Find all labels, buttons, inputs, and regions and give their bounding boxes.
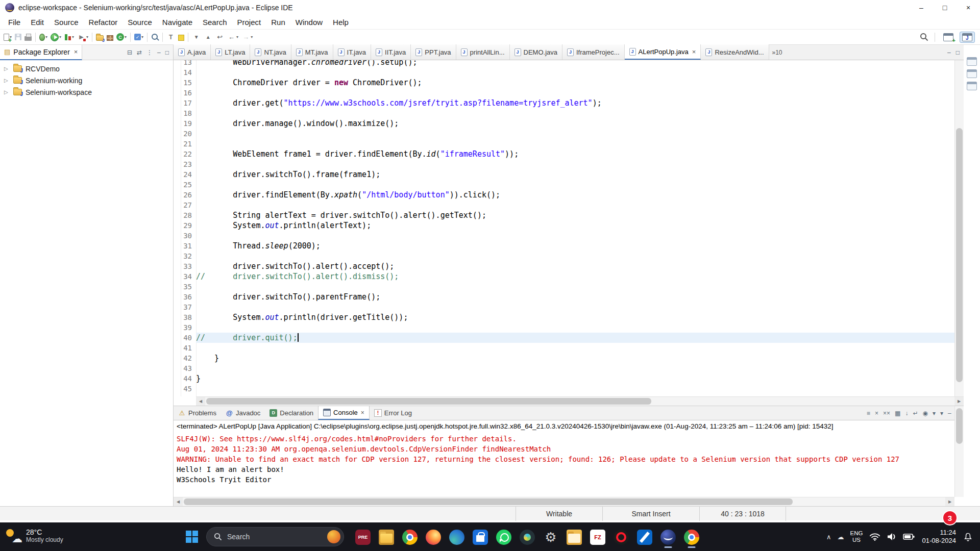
dropdown-caret-icon[interactable]: ▾ — [86, 35, 88, 39]
tab-overflow-indicator[interactable]: »10 — [772, 49, 782, 56]
terminate-button[interactable]: ■ — [867, 410, 870, 417]
language-indicator[interactable]: ENG US — [847, 530, 866, 543]
close-view-icon[interactable]: × — [74, 48, 78, 56]
start-button[interactable] — [182, 527, 202, 547]
taskbar-app-android-studio[interactable] — [516, 527, 539, 548]
forward-history-button[interactable]: →▾ — [240, 31, 254, 43]
scroll-left-arrow-icon[interactable]: ◀ — [174, 497, 183, 506]
vertical-scroll-thumb[interactable] — [956, 128, 963, 382]
remove-launch-button[interactable]: × — [875, 410, 878, 417]
tree-item-selenium-workspace[interactable]: ▷JSelenium-workspace — [0, 86, 173, 98]
window-minimize-button[interactable]: – — [910, 0, 933, 15]
taskbar-app-filezilla[interactable]: FZ — [586, 527, 609, 548]
taskbar-app-whatsapp[interactable] — [492, 527, 516, 548]
editor-horizontal-scrollbar[interactable]: ◀ ▶ — [196, 396, 964, 406]
menu-search[interactable]: Search — [198, 15, 232, 29]
save-button[interactable] — [13, 31, 23, 43]
console-horizontal-scrollbar[interactable]: ◀ ▶ — [174, 497, 954, 506]
menu-help[interactable]: Help — [328, 15, 354, 29]
project-tree[interactable]: ▷JRCVDemo▷JSelenium-working▷JSelenium-wo… — [0, 60, 173, 98]
editor-tab-resizeandwid[interactable]: JResizeAndWid... — [701, 44, 769, 60]
wifi-indicator[interactable] — [866, 532, 884, 541]
dropdown-caret-icon[interactable]: ▾ — [125, 35, 127, 39]
taskbar-app-microsoft-store[interactable] — [469, 527, 492, 548]
taskbar-app-chrome-profile[interactable] — [680, 527, 703, 548]
quick-search-button[interactable] — [920, 33, 928, 41]
new-class-button[interactable]: C▾ — [115, 31, 128, 43]
onedrive-tray-icon[interactable]: ☁ — [835, 533, 847, 541]
window-maximize-button[interactable]: □ — [933, 0, 957, 15]
menu-file[interactable]: File — [3, 15, 26, 29]
close-tab-icon[interactable]: × — [361, 409, 364, 416]
clear-console-button[interactable]: ▦ — [895, 410, 900, 417]
new-package-button[interactable] — [105, 31, 115, 43]
tree-item-selenium-working[interactable]: ▷JSelenium-working — [0, 74, 173, 86]
dropdown-caret-icon[interactable]: ▾ — [236, 35, 238, 39]
close-tab-icon[interactable]: × — [692, 48, 696, 56]
taskbar-app-folder[interactable] — [562, 527, 586, 548]
back-history-button[interactable]: ←▾ — [226, 31, 240, 43]
maximize-editor-button[interactable]: □ — [956, 49, 960, 56]
print-button[interactable] — [23, 31, 33, 43]
scroll-right-arrow-icon[interactable]: ▶ — [954, 397, 964, 406]
minimize-editor-button[interactable]: – — [947, 49, 951, 56]
menu-navigate[interactable]: Navigate — [157, 15, 198, 29]
dropdown-caret-icon[interactable]: ▾ — [251, 35, 253, 39]
menu-window[interactable]: Window — [290, 15, 328, 29]
display-selected-console-button[interactable]: ▾ — [933, 410, 936, 417]
window-close-button[interactable]: × — [957, 0, 980, 15]
editor-vertical-scrollbar[interactable] — [954, 60, 964, 396]
new-wizard-button[interactable]: ▾ — [2, 31, 13, 43]
taskbar-app-vscode[interactable] — [633, 527, 656, 548]
editor-tab-it-java[interactable]: JIT.java — [333, 44, 372, 60]
restore-view-c-icon[interactable] — [967, 82, 977, 90]
console-tab-problems[interactable]: ⚠Problems — [174, 406, 221, 420]
taskbar-app-opera[interactable] — [609, 527, 633, 548]
scroll-left-arrow-icon[interactable]: ◀ — [196, 397, 205, 406]
next-annotation-button[interactable]: ▼ — [190, 31, 202, 43]
menu-source[interactable]: Source — [49, 15, 84, 29]
last-edit-location-button[interactable]: ↩ — [214, 31, 226, 43]
new-java-project-button[interactable] — [94, 31, 105, 43]
new-task-button[interactable]: ✓▾ — [133, 31, 145, 43]
editor-tab-mt-java[interactable]: JMT.java — [291, 44, 333, 60]
horizontal-scroll-thumb[interactable] — [206, 398, 651, 405]
menu-run[interactable]: Run — [266, 15, 290, 29]
menu-refactor[interactable]: Refactor — [84, 15, 123, 29]
run-button[interactable]: ▾ — [49, 31, 63, 43]
menu-source[interactable]: Source — [122, 15, 157, 29]
previous-annotation-button[interactable]: ▲ — [202, 31, 214, 43]
taskbar-app-file-explorer[interactable] — [375, 527, 398, 548]
minimize-view-button[interactable]: – — [948, 410, 951, 417]
open-type-button[interactable]: T — [165, 31, 177, 43]
search-highlight-icon[interactable] — [327, 530, 340, 543]
open-console-button[interactable]: ▾ — [940, 410, 943, 417]
maximize-view-button[interactable]: □ — [165, 49, 169, 56]
restore-view-a-icon[interactable] — [967, 57, 977, 66]
tree-item-rcvdemo[interactable]: ▷JRCVDemo — [0, 63, 173, 74]
editor-tab-a-java[interactable]: JA.java — [174, 44, 211, 60]
debug-button[interactable]: ▾ — [38, 31, 49, 43]
horizontal-scroll-thumb[interactable] — [184, 498, 793, 505]
package-explorer-tab[interactable]: ▤ Package Explorer × — [0, 45, 82, 60]
battery-indicator[interactable] — [900, 532, 918, 541]
console-output[interactable]: SLF4J(W): See https://www.slf4j.org/code… — [174, 433, 954, 497]
code-area[interactable]: 13 WebDriverManager.chromedriver().setup… — [174, 60, 954, 396]
editor-tab-printalllin[interactable]: JprintAllLin... — [456, 44, 510, 60]
mark-occurrences-button[interactable] — [177, 31, 186, 43]
dropdown-caret-icon[interactable]: ▾ — [72, 35, 74, 39]
editor-tab-ppt-java[interactable]: JPPT.java — [411, 44, 456, 60]
menu-project[interactable]: Project — [232, 15, 266, 29]
expand-chevron-icon[interactable]: ▷ — [4, 78, 11, 83]
link-with-editor-button[interactable]: ⇄ — [137, 49, 142, 56]
open-search-button[interactable] — [150, 31, 160, 43]
expand-chevron-icon[interactable]: ▷ — [4, 89, 11, 95]
run-external-tools-button[interactable]: ▶▾ — [76, 31, 90, 43]
editor-tab-lt-java[interactable]: JLT.java — [211, 44, 250, 60]
collapse-all-button[interactable]: ⊟ — [127, 49, 132, 56]
taskbar-app-premiere[interactable]: PRE — [351, 527, 375, 548]
taskbar-app-chrome[interactable] — [398, 527, 422, 548]
clock-widget[interactable]: 11:24 01-08-2024 — [918, 529, 961, 545]
console-tab-console[interactable]: Console× — [318, 406, 370, 420]
code-editor[interactable]: 13 WebDriverManager.chromedriver().setup… — [174, 60, 964, 406]
